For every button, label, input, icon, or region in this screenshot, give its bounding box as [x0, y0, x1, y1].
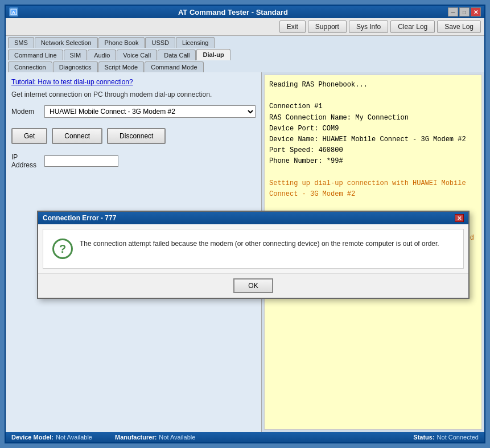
log-line-2 — [269, 91, 477, 101]
manufacturer-value: Not Available — [159, 434, 195, 441]
device-model-value: Not Available — [56, 434, 92, 441]
statusbar: Device Model: Not Available Manufacturer… — [6, 432, 484, 442]
svg-text:A: A — [12, 10, 15, 15]
device-model-label: Device Model: — [11, 434, 53, 441]
log-line-11 — [269, 200, 477, 211]
log-line-10: Setting up dial-up connection with HUAWE… — [269, 178, 477, 200]
close-button[interactable]: ✕ — [471, 7, 481, 17]
tab-voice-call[interactable]: Voice Call — [117, 50, 157, 60]
tab-sim[interactable]: SIM — [64, 50, 88, 60]
connect-button[interactable]: Connect — [52, 128, 102, 144]
description-text: Get internet connection on PC through mo… — [11, 91, 256, 98]
titlebar: A AT Command Tester - Standard ─ □ ✕ — [6, 6, 484, 18]
manufacturer-label: Manufacturer: — [115, 434, 157, 441]
connection-status: Status: Not Connected — [413, 434, 479, 441]
app-icon: A — [9, 7, 18, 17]
dialog-titlebar: Connection Error - 777 ✕ — [38, 212, 468, 224]
tab-licensing[interactable]: Licensing — [176, 37, 215, 48]
ip-label: IP Address — [11, 153, 40, 169]
tab-sms[interactable]: SMS — [8, 37, 34, 48]
dialog-close-button[interactable]: ✕ — [455, 214, 464, 222]
save-log-button[interactable]: Save Log — [437, 20, 481, 33]
modem-label: Modem — [11, 108, 40, 116]
log-line-9 — [269, 167, 477, 178]
device-model-status: Device Model: Not Available — [11, 434, 92, 441]
clear-log-button[interactable]: Clear Log — [390, 20, 435, 33]
tab-command-mode[interactable]: Command Mode — [145, 61, 203, 72]
log-line-3: Connection #1 — [269, 101, 477, 112]
maximize-button[interactable]: □ — [459, 7, 470, 17]
ip-address-input[interactable] — [44, 155, 118, 167]
status-value: Not Connected — [437, 434, 479, 441]
log-line-6: Device Name: HUAWEI Mobile Connect - 3G … — [269, 134, 477, 145]
support-button[interactable]: Support — [308, 20, 347, 33]
manufacturer-status: Manufacturer: Not Available — [115, 434, 195, 441]
ip-row: IP Address — [11, 153, 256, 169]
get-button[interactable]: Get — [11, 128, 47, 144]
log-line-4: RAS Connection Name: My Connection — [269, 113, 477, 124]
dialog-message: The connection attempt failed because th… — [80, 239, 454, 249]
modem-row: Modem HUAWEI Mobile Connect - 3G Modem #… — [11, 105, 256, 118]
ok-button[interactable]: OK — [233, 278, 273, 293]
log-line-1: Reading RAS Phonebook... — [269, 80, 477, 91]
tab-network-selection[interactable]: Network Selection — [35, 37, 98, 48]
exit-button[interactable]: Exit — [279, 20, 306, 33]
tab-row-2: Command Line SIM Audio Voice Call Data C… — [8, 49, 482, 60]
tutorial-link[interactable]: Tutorial: How to test dial-up connection… — [11, 78, 256, 86]
tab-connection[interactable]: Connection — [8, 61, 52, 72]
tabs-container: SMS Network Selection Phone Book USSD Li… — [6, 36, 484, 72]
tab-audio[interactable]: Audio — [88, 50, 116, 60]
error-dialog: Connection Error - 777 ✕ ? The connectio… — [37, 211, 470, 299]
tab-ussd[interactable]: USSD — [145, 37, 175, 48]
window-controls: ─ □ ✕ — [448, 7, 481, 17]
modem-select[interactable]: HUAWEI Mobile Connect - 3G Modem #2 — [44, 105, 256, 118]
tab-data-call[interactable]: Data Call — [158, 50, 196, 60]
toolbar: Exit Support Sys Info Clear Log Save Log — [6, 18, 484, 36]
tab-dial-up[interactable]: Dial-up — [196, 49, 230, 60]
action-buttons: Get Connect Disconnect — [11, 128, 256, 144]
tab-phone-book[interactable]: Phone Book — [98, 37, 145, 48]
dialog-body: ? The connection attempt failed because … — [43, 229, 464, 269]
tab-script-mode[interactable]: Script Mode — [98, 61, 145, 72]
minimize-button[interactable]: ─ — [448, 7, 458, 17]
status-label: Status: — [413, 434, 434, 441]
tab-diagnostics[interactable]: Diagnostics — [53, 61, 98, 72]
log-line-8: Phone Number: *99# — [269, 156, 477, 167]
window-title: AT Command Tester - Standard — [18, 8, 448, 17]
dialog-question-icon: ? — [52, 239, 73, 259]
log-line-7: Port Speed: 460800 — [269, 145, 477, 156]
tab-command-line[interactable]: Command Line — [8, 50, 63, 60]
dialog-title: Connection Error - 777 — [43, 214, 116, 222]
tab-row-1: SMS Network Selection Phone Book USSD Li… — [8, 37, 482, 48]
disconnect-button[interactable]: Disconnect — [107, 128, 166, 144]
log-line-5: Device Port: COM9 — [269, 124, 477, 134]
dialog-footer: OK — [38, 273, 468, 298]
sys-info-button[interactable]: Sys Info — [349, 20, 388, 33]
tab-row-3: Connection Diagnostics Script Mode Comma… — [8, 61, 482, 72]
